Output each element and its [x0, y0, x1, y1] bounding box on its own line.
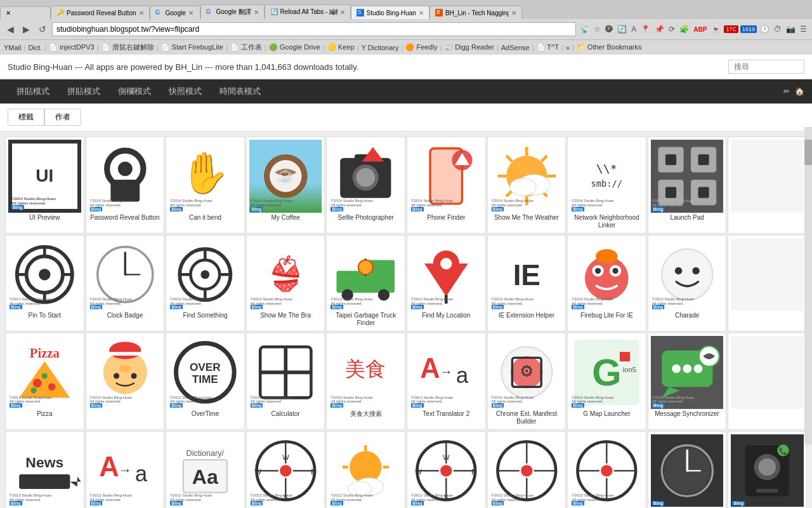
app-card-calc[interactable]: Bing ©2013 Studio Bing-HuanAll rights re…: [246, 333, 325, 430]
bm-other[interactable]: 📁 Other Bookmarks: [577, 43, 642, 51]
app-card-santa[interactable]: Bing ©2013 Studio Bing-HuanAll rights re…: [86, 333, 165, 430]
tab-password[interactable]: 🔑 Password Reveal Button ✕: [51, 6, 150, 19]
app-card-google-map-addon[interactable]: Bing ©2012 Studio Bing-HuanAll rights re…: [567, 431, 646, 508]
bm-dict2[interactable]: Y Dictionary: [361, 44, 398, 51]
search-input[interactable]: [728, 60, 804, 74]
app-card-ui-preview[interactable]: UI Bing ©2014 Studio Bing-HuanAll rights…: [5, 137, 84, 234]
view-mode-mosaic[interactable]: 拼貼模式: [58, 81, 109, 102]
app-card-ie[interactable]: IE Bing ©2013 Studio Bing-HuanAll rights…: [487, 235, 566, 332]
view-mode-sidebar[interactable]: 側欄模式: [109, 81, 160, 102]
app-card-chrome-ext[interactable]: ⚙ Bing ©2012 Studio Bing-HuanAll rights …: [487, 333, 566, 430]
star-icon[interactable]: ☆: [593, 23, 602, 35]
app-card-overtime[interactable]: OVER TIME Bing ©2013 Studio Bing-HuanAll…: [166, 333, 245, 430]
adblock-icon[interactable]: ABP: [692, 25, 708, 34]
app-card-shortcut[interactable]: Dictionary/ Aa Bing ©2012 Studio Bing-Hu…: [166, 431, 245, 508]
app-card-selfie[interactable]: Bing ©2014 Studio Bing-HuanAll rights re…: [326, 137, 405, 234]
app-card-photo-phone[interactable]: 📞 Bing Photo Phone Dialer: [728, 431, 807, 508]
tab-password-close[interactable]: ✕: [139, 10, 144, 17]
app-card-pizza[interactable]: Pizza Bing ©2013 Studio Bing-HuanAll rig…: [5, 333, 84, 430]
app-card-weather[interactable]: Bing ©2014 Studio Bing-HuanAll rights re…: [487, 137, 566, 234]
bm-digg[interactable]: 📰 Digg Reader: [444, 43, 494, 51]
scrollbar-thumb[interactable]: [804, 140, 812, 165]
tab-translate[interactable]: G Google 翻譯 ✕: [200, 4, 265, 19]
app-card-launch[interactable]: Bing ©2014 Studio Bing-HuanAll rights re…: [648, 137, 727, 234]
timer-icon[interactable]: ⏱: [773, 23, 783, 35]
bm-mouse[interactable]: 📄 滑鼠右鍵解除: [102, 43, 154, 52]
bm-worksheet[interactable]: 📄 工作表: [230, 43, 262, 52]
app-card-canbend[interactable]: ✋ Bing ©2014 Studio Bing-HuanAll rights …: [166, 137, 245, 234]
bm-inject[interactable]: 📄 injectDPV3: [49, 43, 94, 51]
tab-google[interactable]: G Google ✕: [150, 6, 200, 19]
view-mode-snapshot[interactable]: 快照模式: [160, 81, 211, 102]
bm-gdrive[interactable]: 🟢 Google Drive: [269, 43, 320, 51]
scrollbar[interactable]: [804, 127, 812, 444]
sync-icon[interactable]: 🔄: [616, 23, 628, 35]
address-input[interactable]: [52, 22, 576, 36]
app-card-gmap-addon[interactable]: Bing ©2012 Studio Bing-HuanAll rights re…: [487, 431, 566, 508]
bm-more[interactable]: »: [566, 44, 570, 51]
rss-icon[interactable]: 📡: [579, 23, 591, 35]
pocket-icon[interactable]: 🅟: [604, 23, 614, 35]
app-card-clock-tile[interactable]: Bing Clock Tile: [648, 431, 727, 508]
app-card-coffee[interactable]: ☕ Bing ©2014 Studio Bing-HuanAll rights …: [246, 137, 325, 234]
app-card-bra[interactable]: 👙 Bing ©2014 Studio Bing-HuanAll rights …: [246, 235, 325, 332]
view-mode-timeline[interactable]: 時間表模式: [211, 81, 270, 102]
tab-tech-close[interactable]: ✕: [511, 10, 516, 17]
app-card-firebug[interactable]: Bing ©2013 Studio Bing-HuanAll rights re…: [567, 235, 646, 332]
home-icon[interactable]: 🏠: [795, 87, 804, 96]
clock-icon[interactable]: 🕐: [759, 23, 771, 35]
tab-reload-close[interactable]: ✕: [340, 9, 345, 16]
pin-icon[interactable]: 📌: [653, 23, 665, 35]
tab-studio[interactable]: S Studio Bing-Huan ✕: [351, 6, 429, 19]
screenshot-icon[interactable]: 📷: [785, 23, 797, 35]
app-card-gmap-launcher[interactable]: G ion5 Bing ©2013 Studio Bing-HuanAll ri…: [567, 333, 646, 430]
app-card-network[interactable]: \\* smb:// Bing ©2014 Studio Bing-HuanAl…: [567, 137, 646, 234]
reload-all-icon[interactable]: ⟳: [667, 23, 676, 35]
bm-tat[interactable]: 📄 T^T: [537, 43, 559, 51]
app-card-find-something[interactable]: Bing ©2014 Studio Bing-HuanAll rights re…: [166, 235, 245, 332]
app-card-truck[interactable]: Bing ©2013 Studio Bing-HuanAll rights re…: [326, 235, 405, 332]
forward-button[interactable]: ▶: [20, 23, 33, 36]
bm-firebug[interactable]: 📄 Start FirebugLite: [161, 43, 223, 51]
maps-icon[interactable]: 📍: [639, 23, 652, 35]
filter-author[interactable]: 作者: [44, 109, 81, 126]
svg-text:News: News: [25, 453, 63, 470]
tab-tech[interactable]: B BH_Lin - Tech Nagging ✕: [429, 6, 522, 19]
tab-reload[interactable]: 🔄 Reload All Tabs - 編輯商品 × ✕: [265, 4, 351, 19]
edit-icon[interactable]: ✏: [783, 87, 790, 96]
menu-icon[interactable]: ☰: [799, 23, 808, 35]
app-card-phone-finder[interactable]: Bing ©2014 Studio Bing-HuanAll rights re…: [407, 137, 486, 234]
back-button[interactable]: ◀: [4, 23, 17, 36]
filter-label[interactable]: 標籤: [8, 109, 44, 126]
app-label-empty3: [767, 409, 768, 419]
app-card-gmap-safari[interactable]: W S W E Bing ©2012 Studio Bing-HuanAll r…: [246, 431, 325, 508]
tab-studio-close[interactable]: ✕: [419, 10, 424, 17]
app-card-clock[interactable]: Bing ©2014 Studio Bing-HuanAll rights re…: [86, 235, 165, 332]
app-card-news[interactable]: News Bing ©2013 Studio Bing-HuanAll righ…: [5, 431, 84, 508]
bm-ymail[interactable]: YMail: [4, 44, 22, 51]
app-card-pin[interactable]: Bing ©2014 Studio Bing-HuanAll rights re…: [5, 235, 84, 332]
bm-adsense[interactable]: AdSense: [501, 44, 530, 51]
tab-google-close[interactable]: ✕: [188, 10, 193, 17]
app-card-message[interactable]: Bing ©2013 Studio Bing-HuanAll rights re…: [648, 333, 727, 430]
tab-new[interactable]: ✕: [0, 6, 51, 19]
app-card-weather-badge[interactable]: Bing ©2012 Studio Bing-HuanAll rights re…: [326, 431, 405, 508]
app-card-password[interactable]: Bing ©2014 Studio Bing-HuanAll rights re…: [86, 137, 165, 234]
app-label-firebug: Firebug Lite For IE: [580, 311, 634, 321]
bm-feedly[interactable]: 🟠 Feedly: [405, 43, 437, 51]
app-card-gmap-chrome[interactable]: W S W E Bing ©2012 Studio Bing-HuanAll r…: [407, 431, 486, 508]
puzzle-icon[interactable]: 🧩: [678, 23, 690, 35]
translate-icon[interactable]: A: [630, 23, 638, 35]
app-card-translator2[interactable]: A → a Bing ©2012 Studio Bing-HuanAll rig…: [86, 431, 165, 508]
app-card-translator[interactable]: A → a Bing ©2012 Studio Bing-HuanAll rig…: [407, 333, 486, 430]
bm-keep[interactable]: 🟡 Keep: [327, 43, 355, 51]
app-card-charade[interactable]: Bing ©2013 Studio Bing-HuanAll rights re…: [648, 235, 727, 332]
tab-translate-close[interactable]: ✕: [254, 9, 259, 16]
reload-button[interactable]: ↺: [36, 23, 49, 36]
app-card-location[interactable]: Bing ©2013 Studio Bing-HuanAll rights re…: [407, 235, 486, 332]
app-icon-gmap-chrome: W S W E Bing ©2012 Studio Bing-HuanAll r…: [410, 434, 483, 507]
app-card-food[interactable]: 美食 Bing ©2013 Studio Bing-HuanAll rights…: [326, 333, 405, 430]
view-mode-flipcard[interactable]: 拼貼模式: [8, 81, 58, 102]
ghostery-icon[interactable]: 👻: [710, 23, 722, 35]
bm-dict[interactable]: Dict.: [28, 44, 42, 51]
